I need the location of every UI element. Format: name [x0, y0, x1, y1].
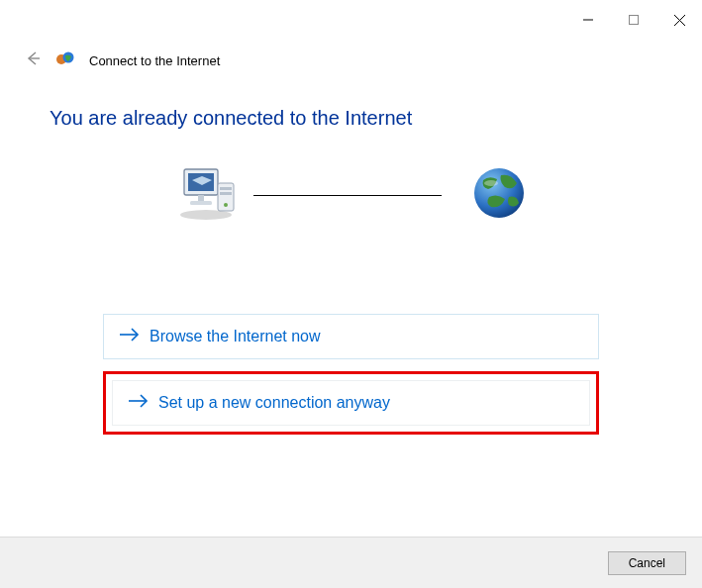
svg-point-18: [484, 180, 498, 186]
globe-icon: [471, 165, 527, 225]
network-icon: [55, 49, 75, 71]
wizard-footer: Cancel: [0, 537, 702, 588]
svg-point-17: [474, 168, 524, 218]
maximize-button[interactable]: [611, 8, 656, 32]
page-heading: You are already connected to the Interne…: [50, 107, 652, 130]
arrow-right-icon: [120, 328, 140, 345]
browse-internet-option[interactable]: Browse the Internet now: [103, 314, 599, 359]
window-titlebar: [0, 0, 702, 32]
connection-line: [253, 195, 442, 196]
browse-option-label: Browse the Internet now: [150, 328, 321, 345]
svg-rect-1: [630, 16, 639, 25]
wizard-content: You are already connected to the Interne…: [0, 79, 702, 537]
svg-point-16: [224, 203, 228, 207]
setup-option-label: Set up a new connection anyway: [158, 394, 390, 412]
connection-illustration: [50, 165, 652, 225]
svg-rect-12: [190, 201, 212, 205]
back-arrow-icon[interactable]: [24, 49, 42, 71]
svg-rect-15: [220, 192, 232, 195]
setup-option-highlight: Set up a new connection anyway: [103, 371, 599, 435]
svg-rect-11: [198, 195, 204, 201]
computer-icon: [176, 165, 240, 225]
svg-rect-14: [220, 187, 232, 190]
arrow-right-icon: [129, 394, 149, 412]
cancel-button[interactable]: Cancel: [608, 551, 686, 575]
options-list: Browse the Internet now Set up a new con…: [50, 314, 652, 435]
wizard-header: Connect to the Internet: [0, 32, 702, 79]
wizard-title: Connect to the Internet: [89, 53, 220, 68]
setup-new-connection-option[interactable]: Set up a new connection anyway: [112, 380, 590, 426]
minimize-button[interactable]: [565, 8, 611, 32]
close-button[interactable]: [656, 8, 702, 32]
